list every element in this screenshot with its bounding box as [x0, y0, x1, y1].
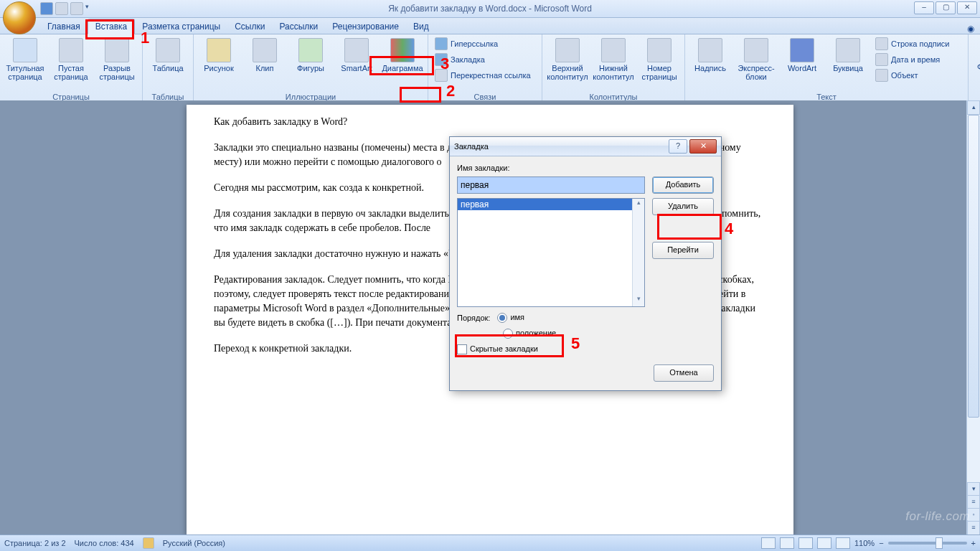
group-text: Надпись Экспресс-блоки WordArt Буквица С… [685, 34, 969, 102]
office-button[interactable] [3, 1, 36, 34]
hidden-bookmarks-checkbox[interactable] [457, 344, 467, 354]
add-bookmark-button[interactable]: Добавить [652, 176, 714, 194]
cancel-button[interactable]: Отмена [654, 364, 714, 382]
proofing-icon[interactable] [143, 537, 154, 549]
list-scrollbar[interactable]: ▴▾ [632, 199, 644, 306]
print-layout-view-button[interactable] [761, 537, 776, 549]
dialog-close-button[interactable]: ✕ [689, 139, 717, 154]
page-number-button[interactable]: Номер страницы [637, 36, 682, 82]
cross-reference-button[interactable]: Перекрестная ссылка [431, 67, 534, 83]
quick-access-toolbar: ▾ [40, 0, 97, 17]
table-button[interactable]: Таблица [146, 36, 190, 73]
tab-mailings[interactable]: Рассылки [272, 19, 325, 34]
sort-label: Порядок: [457, 314, 490, 322]
bookmark-name-label: Имя закладки: [457, 164, 714, 172]
sort-by-name-radio[interactable] [497, 313, 507, 323]
hyperlink-button[interactable]: Гиперссылка [431, 36, 534, 52]
statusbar: Страница: 2 из 2 Число слов: 434 Русский… [0, 534, 980, 551]
calendar-icon [875, 53, 888, 66]
group-links: Гиперссылка Закладка Перекрестная ссылка… [428, 34, 542, 102]
page-break-button[interactable]: Разрыв страницы [95, 36, 139, 82]
tab-home[interactable]: Главная [40, 19, 88, 34]
undo-icon[interactable] [55, 2, 68, 15]
group-tables: Таблица Таблицы [143, 34, 194, 102]
full-screen-view-button[interactable] [780, 537, 794, 549]
doc-paragraph: Как добавить закладку в Word? [214, 115, 766, 129]
status-word-count[interactable]: Число слов: 434 [75, 539, 134, 547]
date-time-button[interactable]: Дата и время [872, 52, 965, 67]
tab-page-layout[interactable]: Разметка страницы [135, 19, 227, 34]
tab-references[interactable]: Ссылки [227, 19, 272, 34]
minimize-button[interactable]: – [914, 1, 934, 14]
window-title: Як добавити закладку в Word.docx - Micro… [0, 4, 980, 14]
scroll-up-button[interactable]: ▴ [967, 100, 980, 115]
ribbon-tabs: Главная Вставка Разметка страницы Ссылки… [0, 18, 980, 34]
sort-by-position-radio[interactable] [503, 329, 513, 339]
wordart-button[interactable]: WordArt [780, 36, 824, 73]
outline-view-button[interactable] [817, 537, 831, 549]
group-illustrations: Рисунок Клип Фигуры SmartArt Диаграмма И… [194, 34, 428, 102]
zoom-slider[interactable] [888, 542, 967, 545]
signature-icon [875, 37, 888, 50]
bookmark-dialog: Закладка ? ✕ Имя закладки: Добавить перв… [449, 136, 722, 391]
bookmark-icon [435, 53, 448, 66]
close-button[interactable]: ✕ [957, 1, 977, 14]
clipart-button[interactable]: Клип [242, 36, 287, 73]
tab-view[interactable]: Вид [406, 19, 436, 34]
delete-bookmark-button[interactable]: Удалить [652, 198, 714, 215]
dialog-title: Закладка [454, 142, 489, 151]
object-icon [875, 69, 888, 82]
titlebar: ▾ Як добавити закладку в Word.docx - Mic… [0, 0, 980, 18]
header-button[interactable]: Верхний колонтитул [545, 36, 590, 82]
crossref-icon [435, 69, 448, 82]
ribbon: Титульная страница Пустая страница Разры… [0, 34, 980, 103]
shapes-button[interactable]: Фигуры [288, 36, 333, 73]
status-language[interactable]: Русский (Россия) [163, 539, 225, 547]
zoom-in-button[interactable]: + [971, 539, 976, 547]
chart-button[interactable]: Диаграмма [380, 36, 425, 73]
dialog-titlebar[interactable]: Закладка ? ✕ [450, 137, 721, 156]
scrollbar-thumb[interactable] [968, 115, 979, 418]
save-icon[interactable] [40, 2, 53, 15]
equation-button[interactable]: πФормула [971, 36, 980, 72]
group-symbols: πФормула ΩСимвол Символы [969, 34, 980, 102]
web-layout-view-button[interactable] [798, 537, 813, 549]
scroll-down-button[interactable]: ▾ [967, 482, 980, 496]
zoom-out-button[interactable]: − [879, 539, 883, 547]
next-page-button[interactable]: ≡ [967, 521, 980, 535]
group-pages: Титульная страница Пустая страница Разры… [0, 34, 143, 102]
textbox-button[interactable]: Надпись [688, 36, 732, 73]
cover-page-button[interactable]: Титульная страница [3, 36, 47, 82]
signature-line-button[interactable]: Строка подписи [872, 36, 965, 52]
tab-insert[interactable]: Вставка [88, 19, 136, 34]
bookmark-list[interactable]: первая ▴▾ [457, 198, 645, 307]
browse-object-button[interactable]: ◦ [967, 508, 980, 522]
qat-dropdown-icon[interactable]: ▾ [85, 3, 97, 14]
draft-view-button[interactable] [836, 537, 850, 549]
bookmark-button[interactable]: Закладка [431, 52, 534, 67]
vertical-scrollbar[interactable]: ▴ ▾ ≡ ◦ ≡ [966, 100, 980, 535]
redo-icon[interactable] [70, 2, 83, 15]
footer-button[interactable]: Нижний колонтитул [591, 36, 636, 82]
bookmark-name-input[interactable] [457, 176, 645, 194]
object-button[interactable]: Объект [872, 67, 965, 83]
goto-bookmark-button[interactable]: Перейти [652, 242, 714, 259]
quick-parts-button[interactable]: Экспресс-блоки [734, 36, 778, 82]
maximize-button[interactable]: ▢ [936, 1, 956, 14]
list-item[interactable]: первая [458, 199, 644, 210]
smartart-button[interactable]: SmartArt [334, 36, 379, 73]
zoom-level[interactable]: 110% [854, 539, 875, 547]
tab-review[interactable]: Рецензирование [325, 19, 406, 34]
blank-page-button[interactable]: Пустая страница [49, 36, 93, 82]
dropcap-button[interactable]: Буквица [826, 36, 870, 73]
picture-button[interactable]: Рисунок [197, 36, 241, 73]
group-header-footer: Верхний колонтитул Нижний колонтитул Ном… [542, 34, 685, 102]
ribbon-help-icon[interactable]: ◉ [967, 24, 974, 34]
globe-icon [435, 37, 448, 50]
zoom-slider-handle[interactable] [936, 537, 943, 549]
dialog-help-button[interactable]: ? [669, 139, 687, 154]
prev-page-button[interactable]: ≡ [967, 495, 980, 509]
status-page[interactable]: Страница: 2 из 2 [4, 539, 66, 547]
